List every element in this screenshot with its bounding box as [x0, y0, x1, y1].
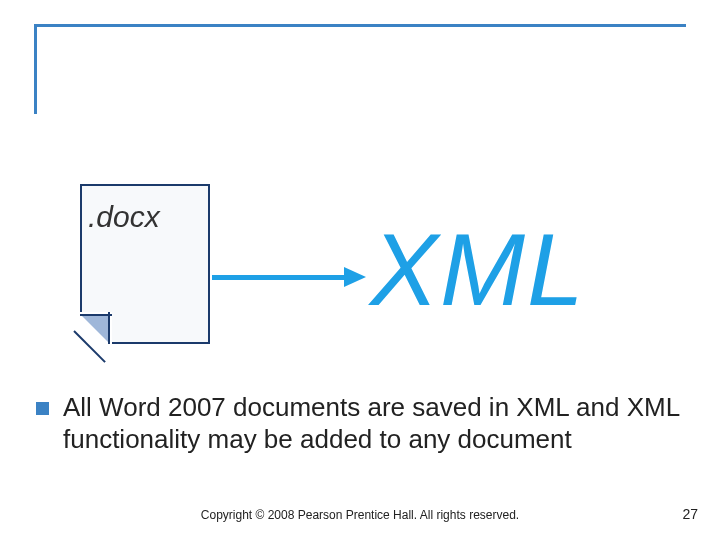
document-icon-fold-edge	[108, 312, 110, 344]
bullet-square-icon	[36, 402, 49, 415]
arrow-head-icon	[344, 267, 366, 287]
slide: .docx XML All Word 2007 documents are sa…	[0, 0, 720, 540]
page-number: 27	[682, 506, 698, 522]
arrow-icon	[212, 275, 347, 280]
bullet-item: All Word 2007 documents are saved in XML…	[36, 392, 686, 455]
header-rule-left	[34, 24, 37, 114]
copyright-text: Copyright © 2008 Pearson Prentice Hall. …	[0, 508, 720, 522]
bullet-text: All Word 2007 documents are saved in XML…	[63, 392, 686, 455]
header-rule-top	[34, 24, 686, 27]
xml-label: XML	[370, 212, 586, 329]
docx-label: .docx	[88, 200, 160, 234]
